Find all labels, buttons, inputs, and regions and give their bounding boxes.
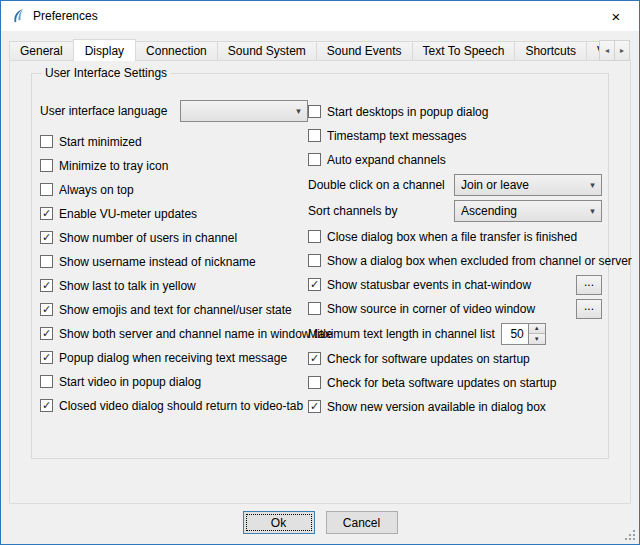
tab-general[interactable]: General bbox=[9, 41, 74, 61]
statusbar-events-more-button[interactable]: ... bbox=[576, 275, 602, 295]
window-title: Preferences bbox=[33, 9, 98, 23]
checkbox-video-return-tab[interactable]: ✓ Closed video dialog should return to v… bbox=[40, 394, 308, 417]
max-text-length-row: Maximum text length in channel list 50 ▲… bbox=[308, 322, 602, 345]
checkbox-label: Check for software updates on startup bbox=[327, 352, 530, 366]
close-button[interactable]: × bbox=[593, 1, 639, 31]
checkbox-show-user-count[interactable]: ✓ Show number of users in channel bbox=[40, 226, 308, 249]
tab-sound-events[interactable]: Sound Events bbox=[316, 41, 413, 61]
checkbox-vu-meter-updates[interactable]: ✓ Enable VU-meter updates bbox=[40, 202, 308, 225]
checkbox-label: Show both server and channel name in win… bbox=[59, 327, 333, 341]
chevron-down-icon: ▾ bbox=[290, 106, 307, 116]
checkbox-box[interactable] bbox=[40, 135, 53, 148]
checkbox-box[interactable]: ✓ bbox=[40, 327, 53, 340]
language-combobox[interactable]: ▾ bbox=[180, 100, 308, 122]
spin-down-button[interactable]: ▼ bbox=[529, 334, 545, 344]
chevron-down-icon: ▾ bbox=[584, 206, 601, 216]
checkbox-label: Auto expand channels bbox=[327, 153, 446, 167]
checkbox-new-version-dialog[interactable]: ✓ Show new version available in dialog b… bbox=[308, 395, 602, 418]
checkbox-statusbar-events[interactable]: ✓ Show statusbar events in chat-window .… bbox=[308, 273, 602, 296]
tab-shortcuts[interactable]: Shortcuts bbox=[514, 41, 587, 61]
max-text-length-spinner[interactable]: 50 ▲ ▼ bbox=[501, 323, 546, 345]
checkbox-check-beta-updates[interactable]: Check for beta software updates on start… bbox=[308, 371, 602, 394]
checkbox-label: Minimize to tray icon bbox=[59, 159, 168, 173]
checkbox-username-instead-nickname[interactable]: Show username instead of nickname bbox=[40, 250, 308, 273]
checkbox-label: Always on top bbox=[59, 183, 134, 197]
double-click-row: Double click on a channel Join or leave … bbox=[308, 173, 602, 197]
double-click-combobox[interactable]: Join or leave ▾ bbox=[454, 174, 602, 196]
checkbox-auto-expand-channels[interactable]: Auto expand channels bbox=[308, 148, 602, 171]
tab-text-to-speech[interactable]: Text To Speech bbox=[412, 41, 516, 61]
checkbox-desktops-popup[interactable]: Start desktops in popup dialog bbox=[308, 100, 602, 123]
checkbox-label: Show statusbar events in chat-window bbox=[327, 278, 531, 292]
tab-scroll-left-button[interactable]: ◂ bbox=[599, 40, 615, 61]
checkbox-emojis-text-state[interactable]: ✓ Show emojis and text for channel/user … bbox=[40, 298, 308, 321]
spin-up-button[interactable]: ▲ bbox=[529, 324, 545, 335]
checkbox-box[interactable] bbox=[308, 129, 321, 142]
combobox-value: Ascending bbox=[461, 204, 517, 218]
display-tab-page: User Interface Settings User interface l… bbox=[9, 60, 631, 504]
ok-button-label: Ok bbox=[271, 516, 286, 530]
right-column: Start desktops in popup dialog Timestamp… bbox=[308, 100, 602, 419]
checkbox-excluded-dialog[interactable]: Show a dialog box when excluded from cha… bbox=[308, 249, 602, 272]
title-bar[interactable]: Preferences × bbox=[1, 1, 639, 31]
checkbox-box[interactable] bbox=[308, 376, 321, 389]
checkbox-box[interactable]: ✓ bbox=[40, 351, 53, 364]
tab-scroll-right-button[interactable]: ▸ bbox=[614, 40, 630, 61]
checkbox-box[interactable]: ✓ bbox=[308, 352, 321, 365]
app-icon bbox=[10, 8, 26, 24]
left-column: User interface language ▾ Start minimize… bbox=[40, 100, 308, 419]
checkbox-box[interactable]: ✓ bbox=[40, 303, 53, 316]
checkbox-label: Show username instead of nickname bbox=[59, 255, 256, 269]
checkbox-start-minimized[interactable]: Start minimized bbox=[40, 130, 308, 153]
checkbox-label: Enable VU-meter updates bbox=[59, 207, 197, 221]
checkbox-box[interactable] bbox=[308, 254, 321, 267]
checkbox-always-on-top[interactable]: Always on top bbox=[40, 178, 308, 201]
tab-connection[interactable]: Connection bbox=[135, 41, 218, 61]
tab-display[interactable]: Display bbox=[73, 39, 136, 61]
cancel-button[interactable]: Cancel bbox=[326, 511, 398, 534]
video-source-more-button[interactable]: ... bbox=[576, 299, 602, 319]
checkbox-box[interactable] bbox=[40, 159, 53, 172]
sort-channels-combobox[interactable]: Ascending ▾ bbox=[454, 200, 602, 222]
checkbox-box[interactable] bbox=[308, 105, 321, 118]
checkbox-last-talk-yellow[interactable]: ✓ Show last to talk in yellow bbox=[40, 274, 308, 297]
checkbox-label: Start video in popup dialog bbox=[59, 375, 201, 389]
checkbox-box[interactable]: ✓ bbox=[308, 278, 321, 291]
group-title: User Interface Settings bbox=[41, 66, 171, 80]
checkbox-box[interactable]: ✓ bbox=[40, 207, 53, 220]
settings-columns: User interface language ▾ Start minimize… bbox=[32, 74, 608, 419]
checkbox-minimize-to-tray[interactable]: Minimize to tray icon bbox=[40, 154, 308, 177]
checkbox-label: Show last to talk in yellow bbox=[59, 279, 196, 293]
combobox-value: Join or leave bbox=[461, 178, 529, 192]
checkbox-close-on-transfer[interactable]: Close dialog box when a file transfer is… bbox=[308, 225, 602, 248]
checkbox-box[interactable]: ✓ bbox=[40, 279, 53, 292]
language-label: User interface language bbox=[40, 104, 167, 118]
checkbox-timestamp-messages[interactable]: Timestamp text messages bbox=[308, 124, 602, 147]
checkbox-label: Show number of users in channel bbox=[59, 231, 237, 245]
checkbox-label: Closed video dialog should return to vid… bbox=[59, 399, 303, 413]
checkbox-box[interactable]: ✓ bbox=[308, 400, 321, 413]
checkbox-box[interactable]: ✓ bbox=[40, 231, 53, 244]
checkbox-box[interactable] bbox=[40, 255, 53, 268]
checkbox-box[interactable] bbox=[40, 183, 53, 196]
double-click-label: Double click on a channel bbox=[308, 178, 445, 192]
max-text-length-label: Maximum text length in channel list bbox=[308, 327, 495, 341]
tab-scroll-buttons: ◂ ▸ bbox=[599, 40, 630, 61]
checkbox-video-source-corner[interactable]: Show source in corner of video window ..… bbox=[308, 297, 602, 320]
checkbox-box[interactable] bbox=[308, 230, 321, 243]
checkbox-check-updates[interactable]: ✓ Check for software updates on startup bbox=[308, 347, 602, 370]
spinner-value[interactable]: 50 bbox=[501, 323, 529, 345]
checkbox-popup-text-message[interactable]: ✓ Popup dialog when receiving text messa… bbox=[40, 346, 308, 369]
checkbox-box[interactable] bbox=[40, 375, 53, 388]
checkbox-label: Show new version available in dialog box bbox=[327, 400, 546, 414]
ok-button[interactable]: Ok bbox=[243, 511, 315, 534]
checkbox-video-popup[interactable]: Start video in popup dialog bbox=[40, 370, 308, 393]
checkbox-box[interactable]: ✓ bbox=[40, 399, 53, 412]
cancel-button-label: Cancel bbox=[343, 516, 380, 530]
checkbox-box[interactable] bbox=[308, 153, 321, 166]
checkbox-label: Start desktops in popup dialog bbox=[327, 105, 488, 119]
checkbox-box[interactable] bbox=[308, 302, 321, 315]
checkbox-server-channel-title[interactable]: ✓ Show both server and channel name in w… bbox=[40, 322, 308, 345]
tab-sound-system[interactable]: Sound System bbox=[217, 41, 317, 61]
checkbox-label: Show emojis and text for channel/user st… bbox=[59, 303, 292, 317]
